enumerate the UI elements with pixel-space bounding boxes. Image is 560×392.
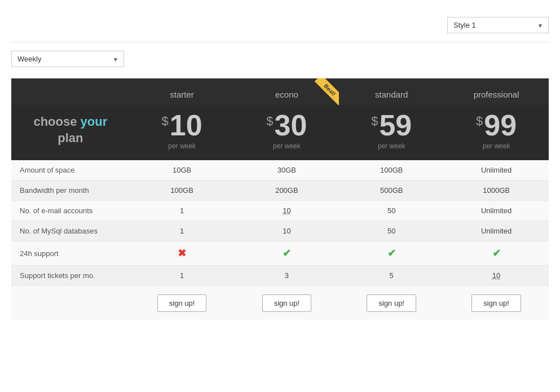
feature-value-3-0: 1 — [130, 221, 235, 241]
page-container: Style 1 Style 2 Style 3 Weekly Monthly Y… — [0, 0, 560, 392]
feature-row-1: Bandwidth per month100GB200GB500GB1000GB — [11, 180, 549, 201]
check-icon: ✔ — [492, 248, 501, 259]
feature-value-2-1: 10 — [234, 201, 339, 221]
price-number-standard: 59 — [379, 111, 412, 140]
pricing-footer: sign up! sign up! sign up! sign up! — [11, 286, 549, 321]
feature-name-5: Support tickets per mo. — [11, 266, 130, 286]
signup-cell-starter: sign up! — [130, 286, 235, 321]
feature-value-5-0: 1 — [130, 266, 235, 286]
cross-icon: ✖ — [178, 248, 186, 259]
feature-value-1-1: 200GB — [234, 180, 339, 201]
feature-row-0: Amount of space10GB30GB100GBUnlimited — [11, 160, 549, 180]
price-box-starter: $ 10 per week — [135, 111, 229, 150]
feature-name-2: No. of e-mail accounts — [11, 201, 130, 221]
signup-cell-professional: sign up! — [444, 286, 549, 321]
price-dollar-starter: $ — [162, 115, 169, 127]
price-dollar-professional: $ — [476, 115, 483, 127]
best-ribbon: Best! — [315, 78, 339, 105]
empty-header-cell — [11, 78, 130, 105]
plan-name-starter: starter — [170, 90, 194, 99]
price-amount-standard: $ 59 — [371, 111, 412, 140]
style-select-container[interactable]: Style 1 Style 2 Style 3 — [447, 17, 549, 33]
price-dollar-econo: $ — [266, 115, 273, 127]
price-number-professional: 99 — [484, 111, 517, 140]
price-box-econo: $ 30 per week — [240, 111, 333, 150]
plan-name-professional: professional — [474, 90, 519, 99]
feature-row-2: No. of e-mail accounts11050Unlimited — [11, 201, 549, 221]
cycle-select-wrapper: Weekly Monthly Yearly — [11, 51, 549, 67]
feature-name-1: Bandwidth per month — [11, 180, 130, 201]
signup-cell-econo: sign up! — [234, 286, 339, 321]
price-dollar-standard: $ — [371, 115, 378, 127]
underlined-value: 10 — [492, 271, 500, 280]
price-cell-standard: $ 59 per week — [339, 105, 444, 160]
price-row: choose yourplan $ 10 per week — [11, 105, 549, 160]
feature-value-0-0: 10GB — [130, 160, 235, 180]
signup-cell-standard: sign up! — [339, 286, 444, 321]
feature-value-4-1: ✔ — [234, 241, 339, 266]
style-select-wrapper: Style 1 Style 2 Style 3 — [447, 17, 549, 33]
signup-button-starter[interactable]: sign up! — [157, 294, 207, 312]
feature-value-0-2: 100GB — [339, 160, 444, 180]
price-cycle-professional: per week — [483, 142, 510, 150]
feature-row-4: 24h support✖✔✔✔ — [11, 241, 549, 266]
signup-empty — [11, 286, 130, 321]
cycle-select[interactable]: Weekly Monthly Yearly — [11, 51, 124, 67]
price-number-econo: 30 — [275, 111, 307, 140]
feature-value-4-3: ✔ — [444, 241, 549, 266]
feature-value-1-2: 500GB — [339, 180, 444, 201]
feature-name-4: 24h support — [11, 241, 130, 266]
features-body: Amount of space10GB30GB100GBUnlimitedBan… — [11, 160, 549, 286]
cycle-select-container[interactable]: Weekly Monthly Yearly — [11, 51, 124, 67]
price-cycle-starter: per week — [168, 142, 196, 150]
feature-row-3: No. of MySql databases11050Unlimited — [11, 221, 549, 241]
price-amount-econo: $ 30 — [266, 111, 307, 140]
feature-value-3-1: 10 — [234, 221, 339, 241]
feature-value-4-2: ✔ — [339, 241, 444, 266]
style-select[interactable]: Style 1 Style 2 Style 3 — [447, 17, 549, 33]
feature-row-5: Support tickets per mo.13510 — [11, 266, 549, 286]
feature-value-1-3: 1000GB — [444, 180, 549, 201]
feature-value-3-2: 50 — [339, 221, 444, 241]
plan-header-standard: standard — [339, 78, 444, 105]
page-header: Style 1 Style 2 Style 3 — [11, 17, 549, 33]
price-box-professional: $ 99 per week — [449, 111, 543, 150]
feature-name-0: Amount of space — [11, 160, 130, 180]
plan-name-standard: standard — [375, 90, 408, 99]
best-ribbon-wrapper: Best! — [305, 78, 339, 112]
signup-row: sign up! sign up! sign up! sign up! — [11, 286, 549, 321]
feature-value-3-3: Unlimited — [444, 221, 549, 241]
feature-value-4-0: ✖ — [130, 241, 235, 266]
feature-value-2-0: 1 — [130, 201, 235, 221]
price-cycle-standard: per week — [378, 142, 405, 150]
check-icon: ✔ — [283, 248, 291, 259]
feature-value-2-3: Unlimited — [444, 201, 549, 221]
signup-button-professional[interactable]: sign up! — [471, 294, 521, 312]
feature-value-5-2: 5 — [339, 266, 444, 286]
feature-name-3: No. of MySql databases — [11, 221, 130, 241]
feature-value-5-3: 10 — [444, 266, 549, 286]
feature-value-2-2: 50 — [339, 201, 444, 221]
choose-plan-text: choose yourplan — [17, 114, 124, 146]
price-cell-econo: $ 30 per week — [234, 105, 339, 160]
price-cell-professional: $ 99 per week — [444, 105, 549, 160]
feature-value-0-3: Unlimited — [444, 160, 549, 180]
signup-button-standard[interactable]: sign up! — [367, 294, 416, 312]
price-number-starter: 10 — [170, 111, 202, 140]
price-amount-starter: $ 10 — [162, 111, 202, 140]
price-cell-starter: $ 10 per week — [130, 105, 235, 160]
signup-button-econo[interactable]: sign up! — [262, 294, 312, 312]
header-divider — [11, 42, 549, 42]
pricing-table: starter econo Best! standard professiona… — [11, 78, 549, 320]
choose-plan-highlight: your — [81, 114, 108, 129]
choose-plan-cell: choose yourplan — [11, 105, 130, 160]
plan-header-row: starter econo Best! standard professiona… — [11, 78, 549, 105]
underlined-value: 10 — [283, 206, 290, 215]
price-box-standard: $ 59 per week — [345, 111, 438, 150]
plan-name-econo: econo — [275, 90, 298, 99]
feature-value-0-1: 30GB — [234, 160, 339, 180]
feature-value-5-1: 3 — [234, 266, 339, 286]
price-cycle-econo: per week — [273, 142, 301, 150]
plan-header-econo: econo Best! — [234, 78, 339, 105]
plan-header-professional: professional — [444, 78, 549, 105]
